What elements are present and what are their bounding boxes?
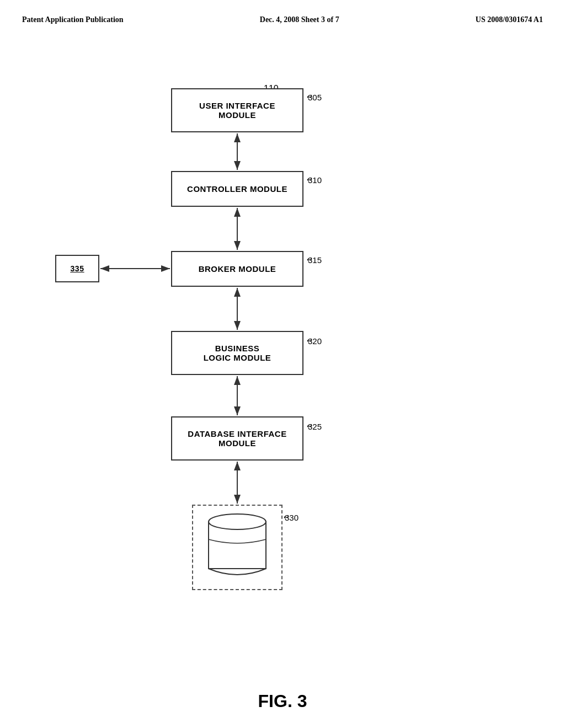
database-cylinder-svg	[203, 512, 271, 582]
business-logic-label: BUSINESSLOGIC MODULE	[204, 344, 271, 362]
db-interface-box: DATABASE INTERFACEMODULE	[171, 416, 303, 461]
ui-module-box: USER INTERFACEMODULE	[171, 88, 303, 132]
db-interface-label: DATABASE INTERFACEMODULE	[188, 429, 286, 448]
controller-module-box: CONTROLLER MODULE	[171, 171, 303, 207]
svg-marker-7	[234, 288, 241, 297]
svg-marker-14	[234, 462, 241, 470]
svg-marker-16	[161, 265, 170, 272]
ui-module-label: USER INTERFACEMODULE	[199, 101, 275, 120]
diagram: 110 USER INTERFACEMODULE 305 ↵ CONTROLLE…	[0, 44, 565, 678]
header-center: Dec. 4, 2008 Sheet 3 of 7	[260, 15, 339, 24]
external-box-label: 335	[71, 264, 84, 273]
svg-marker-5	[234, 241, 241, 250]
figure-caption: FIG. 3	[0, 691, 565, 711]
svg-marker-13	[234, 495, 241, 504]
svg-point-20	[209, 514, 266, 529]
header-right: US 2008/0301674 A1	[476, 15, 543, 24]
svg-marker-11	[234, 406, 241, 415]
external-box: 335	[55, 255, 99, 282]
svg-marker-4	[234, 208, 241, 217]
svg-marker-8	[234, 321, 241, 330]
header-left: Patent Application Publication	[22, 15, 124, 24]
svg-marker-2	[234, 161, 241, 170]
business-logic-box: BUSINESSLOGIC MODULE	[171, 331, 303, 375]
broker-module-label: BROKER MODULE	[199, 264, 276, 274]
svg-marker-10	[234, 376, 241, 385]
svg-marker-17	[100, 265, 109, 272]
svg-marker-1	[234, 133, 241, 142]
page-header: Patent Application Publication Dec. 4, 2…	[0, 0, 565, 24]
controller-module-label: CONTROLLER MODULE	[187, 184, 287, 194]
broker-module-box: BROKER MODULE	[171, 251, 303, 287]
figure-caption-text: FIG. 3	[258, 691, 307, 711]
